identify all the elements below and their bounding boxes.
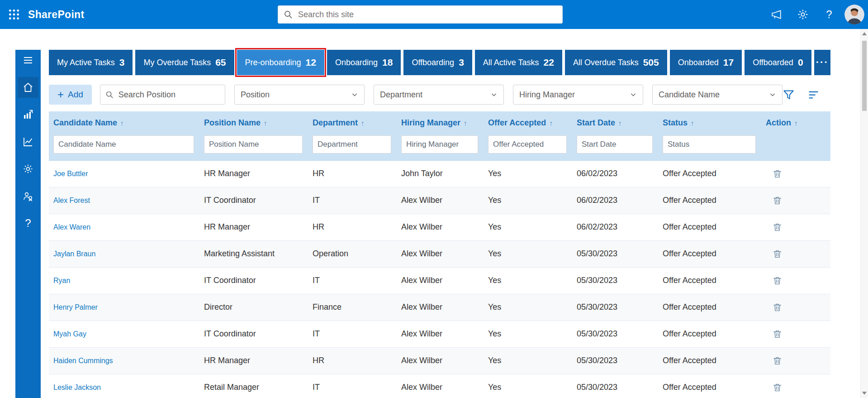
candidate-link[interactable]: Alex Forest [53, 197, 90, 204]
candidate-link[interactable]: Alex Waren [53, 223, 90, 231]
filter-input-start-date[interactable] [577, 135, 653, 153]
column-header-candidate-name[interactable]: Candidate Name↑ [49, 111, 199, 134]
menu-icon[interactable] [18, 50, 38, 71]
column-header-hiring-manager[interactable]: Hiring Manager↑ [397, 111, 484, 134]
sidebar-settings-icon[interactable] [18, 158, 38, 179]
cell-start-date: 06/02/2023 [572, 160, 658, 187]
delete-button[interactable] [766, 380, 784, 394]
delete-button[interactable] [766, 273, 784, 287]
site-search-box[interactable] [278, 5, 563, 24]
tasks-table: Candidate Name↑Position Name↑Department↑… [49, 111, 830, 398]
plus-icon: + [57, 89, 64, 100]
filter-input-offer-accepted[interactable] [488, 135, 567, 153]
delete-button[interactable] [766, 300, 784, 314]
help-icon[interactable]: ? [818, 4, 840, 25]
line-chart-icon[interactable] [18, 131, 38, 152]
dropdown-placeholder: Position [241, 90, 270, 100]
tabs-overflow-button[interactable]: ··· [814, 50, 830, 75]
cell-position-name: HR Manager [199, 214, 308, 240]
column-label: Hiring Manager [401, 118, 460, 127]
cell-candidate-name: Alex Forest [49, 187, 199, 214]
column-header-position-name[interactable]: Position Name↑ [199, 111, 308, 134]
avatar[interactable] [844, 5, 864, 24]
tab-all-overdue-tasks[interactable]: All Overdue Tasks505 [565, 50, 667, 75]
cell-hiring-manager: John Taylor [397, 160, 484, 187]
column-header-action[interactable]: Action↑ [761, 111, 830, 134]
column-header-status[interactable]: Status↑ [658, 111, 761, 134]
candidate-link[interactable]: Leslie Jackson [53, 384, 101, 391]
delete-button[interactable] [766, 167, 784, 180]
dropdown-hiring-manager[interactable]: Hiring Manager [513, 85, 643, 105]
tab-offboarding[interactable]: Offboarding3 [403, 50, 472, 75]
dropdown-position[interactable]: Position [234, 85, 365, 105]
filter-input-candidate-name[interactable] [53, 135, 194, 153]
column-header-start-date[interactable]: Start Date↑ [572, 111, 658, 134]
cell-start-date: 06/02/2023 [572, 187, 658, 214]
delete-button[interactable] [766, 193, 784, 207]
column-header-offer-accepted[interactable]: Offer Accepted↑ [484, 111, 572, 134]
filter-cell [484, 134, 572, 160]
tab-my-overdue-tasks[interactable]: My Overdue Tasks65 [135, 50, 234, 75]
settings-gear-icon[interactable] [792, 4, 814, 25]
delete-button[interactable] [766, 220, 784, 234]
home-icon[interactable] [18, 77, 38, 98]
tab-onboarded[interactable]: Onboarded17 [670, 50, 742, 75]
dropdown-department[interactable]: Department [374, 85, 504, 105]
filter-input-position-name[interactable] [204, 135, 303, 153]
filter-cell [49, 134, 199, 160]
trash-icon [772, 355, 783, 366]
delete-button[interactable] [766, 327, 784, 340]
candidate-link[interactable]: Joe Buttler [53, 170, 88, 177]
cell-start-date: 05/30/2023 [572, 267, 658, 294]
delete-button[interactable] [766, 354, 784, 367]
tab-count: 0 [798, 57, 803, 68]
dropdown-candidate-name[interactable]: Candidate Name [652, 85, 783, 105]
cell-offer-accepted: Yes [484, 294, 572, 321]
tab-all-active-tasks[interactable]: All Active Tasks22 [475, 50, 562, 75]
filter-input-hiring-manager[interactable] [401, 135, 478, 153]
candidate-link[interactable]: Myah Gay [53, 330, 86, 338]
cell-status: Offer Accepted [658, 374, 761, 398]
sort-lines-icon[interactable] [807, 89, 820, 101]
tab-my-active-tasks[interactable]: My Active Tasks3 [49, 50, 133, 75]
position-search-box[interactable] [100, 85, 225, 105]
cell-status: Offer Accepted [658, 187, 761, 214]
table-row: Joe ButtlerHR ManagerHRJohn TaylorYes06/… [49, 160, 830, 187]
scroll-down-arrow-icon[interactable] [862, 392, 867, 395]
tab-offboarded[interactable]: Offboarded0 [745, 50, 811, 75]
position-search-input[interactable] [118, 90, 220, 100]
filter-input-status[interactable] [663, 135, 756, 153]
cell-hiring-manager: Alex Wilber [397, 214, 484, 240]
filter-input-department[interactable] [313, 135, 391, 153]
chevron-down-icon [769, 91, 776, 98]
candidate-link[interactable]: Jaylan Braun [53, 250, 95, 258]
tab-pre-onboarding[interactable]: Pre-onboarding12 [237, 50, 324, 75]
sidebar-help-icon[interactable]: ? [18, 213, 38, 234]
cell-candidate-name: Leslie Jackson [49, 374, 199, 398]
tab-count: 65 [215, 57, 226, 68]
filter-cell [658, 134, 761, 160]
scrollbar-thumb[interactable] [862, 41, 867, 111]
app-launcher-icon[interactable] [0, 0, 28, 29]
cell-position-name: Marketing Assistant [199, 240, 308, 267]
cell-start-date: 05/30/2023 [572, 374, 658, 398]
header-row: Candidate Name↑Position Name↑Department↑… [49, 111, 830, 134]
cell-position-name: HR Manager [199, 347, 308, 374]
column-header-department[interactable]: Department↑ [308, 111, 397, 134]
delete-button[interactable] [766, 247, 784, 260]
candidate-link[interactable]: Haiden Cummings [53, 357, 113, 364]
candidate-link[interactable]: Ryan [53, 277, 70, 284]
people-badge-icon[interactable] [18, 186, 38, 206]
announcements-icon[interactable] [766, 4, 787, 25]
cell-department: Finance [308, 294, 397, 321]
vertical-scrollbar[interactable] [860, 29, 868, 398]
site-search-input[interactable] [297, 10, 557, 20]
scroll-up-arrow-icon[interactable] [862, 32, 867, 35]
filter-cell [397, 134, 484, 160]
tasks-chart-icon[interactable] [18, 104, 38, 125]
filter-funnel-icon[interactable] [783, 89, 795, 101]
tab-onboarding[interactable]: Onboarding18 [327, 50, 401, 75]
candidate-link[interactable]: Henry Palmer [53, 303, 98, 311]
sort-ascending-icon: ↑ [464, 119, 467, 127]
add-button[interactable]: + Add [49, 85, 92, 105]
